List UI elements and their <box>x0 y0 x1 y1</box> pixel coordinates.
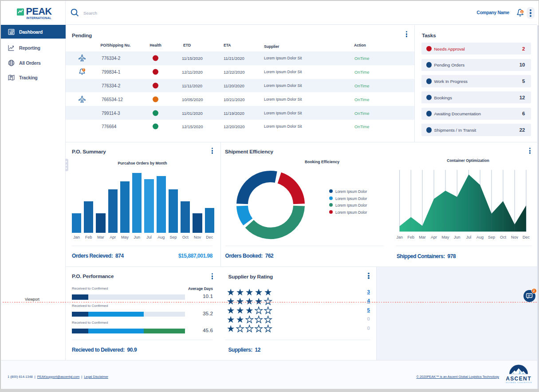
svg-text:ASCENT: ASCENT <box>506 375 531 381</box>
svg-text:GLOBAL LOGISTICS: GLOBAL LOGISTICS <box>506 381 532 384</box>
svg-text:2: 2 <box>83 69 84 71</box>
